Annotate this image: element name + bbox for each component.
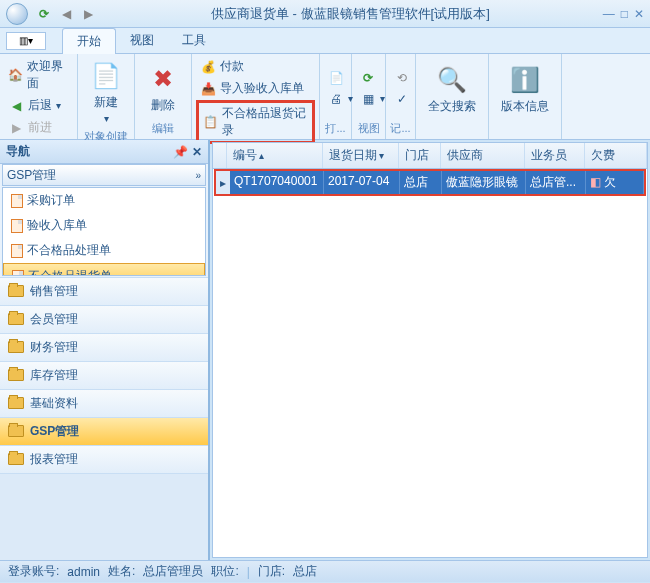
app-orb-icon[interactable]: [6, 3, 28, 25]
maximize-button[interactable]: □: [621, 7, 628, 21]
refresh-view-button[interactable]: ⟳: [356, 68, 389, 88]
sidebar-tree: 采购订单 验收入库单 不合格品处理单 不合格品退货单 ⌂ ...: [2, 187, 206, 276]
col-date[interactable]: 退货日期▾: [323, 143, 399, 168]
search-icon: 🔍: [436, 64, 468, 96]
reset-icon: ⟲: [394, 70, 410, 86]
row-selector-header[interactable]: [213, 143, 227, 168]
reject-record-button[interactable]: 📋不合格品退货记录: [196, 100, 315, 144]
col-supplier[interactable]: 供应商: [441, 143, 525, 168]
tab-start[interactable]: 开始: [62, 28, 116, 54]
status-account-label: 登录账号:: [8, 563, 59, 580]
workarea: 导航 📌✕ GSP管理» 采购订单 验收入库单 不合格品处理单 不合格品退货单 …: [0, 140, 650, 560]
check-icon: ✓: [394, 91, 410, 107]
status-store: 总店: [293, 563, 317, 580]
misc-b-button[interactable]: ✓: [390, 89, 414, 109]
columns-button[interactable]: ▦▾: [356, 89, 389, 109]
window-title: 供应商退货单 - 傲蓝眼镜销售管理软件[试用版本]: [98, 5, 603, 23]
ribbon: 🏠欢迎界面 ◀后退▾ ▶前进 历史 📄新建▾ 对象创建 ✖删除 编辑 💰付款 📥…: [0, 54, 650, 140]
col-debt[interactable]: 欠费: [585, 143, 647, 168]
tree-item-reject-return[interactable]: 不合格品退货单: [3, 263, 205, 276]
status-name: 总店管理员: [143, 563, 203, 580]
ribbon-group-history: 🏠欢迎界面 ◀后退▾ ▶前进 历史: [0, 54, 78, 139]
status-name-label: 姓名:: [108, 563, 135, 580]
ribbon-group-misc: ⟲ ✓ 记...: [386, 54, 416, 139]
sidebar-header: 导航 📌✕: [0, 140, 208, 164]
new-button[interactable]: 📄新建▾: [82, 56, 130, 128]
nav-report[interactable]: 报表管理: [0, 445, 208, 473]
row-marker-icon: ▸: [216, 171, 230, 194]
folder-icon: [8, 369, 24, 381]
fulltext-search-button[interactable]: 🔍全文搜索: [420, 60, 484, 119]
refresh-icon: ⟳: [360, 70, 376, 86]
minimize-button[interactable]: —: [603, 7, 615, 21]
cell-store: 总店: [400, 171, 442, 194]
nav-gsp[interactable]: GSP管理: [0, 417, 208, 445]
ribbon-group-search: 🔍全文搜索: [416, 54, 489, 139]
page-icon: 📄: [328, 70, 344, 86]
misc-a-button[interactable]: ⟲: [390, 68, 414, 88]
pin-icon[interactable]: 📌: [173, 145, 188, 159]
welcome-button[interactable]: 🏠欢迎界面: [4, 56, 73, 94]
folder-icon: [8, 341, 24, 353]
data-grid: 编号▴ 退货日期▾ 门店 供应商 业务员 欠费 ▸ QT1707040001 2…: [212, 142, 648, 558]
pay-button[interactable]: 💰付款: [196, 56, 315, 77]
tab-tool[interactable]: 工具: [168, 28, 220, 53]
ribbon-group-open: 📄 🖨▾ 打...: [320, 54, 352, 139]
close-button[interactable]: ✕: [634, 7, 644, 21]
doc-icon: [11, 244, 23, 258]
folder-icon: [8, 425, 24, 437]
statusbar: 登录账号: admin 姓名: 总店管理员 职位: | 门店: 总店: [0, 560, 650, 582]
nav-member[interactable]: 会员管理: [0, 305, 208, 333]
back-icon: ◀: [8, 98, 24, 114]
tree-item-receipt[interactable]: 验收入库单: [3, 213, 205, 238]
delete-icon: ✖: [147, 63, 179, 95]
import-icon: 📥: [200, 81, 216, 97]
folder-icon: [8, 313, 24, 325]
nav-base[interactable]: 基础资料: [0, 389, 208, 417]
cell-debt: ◧ 欠: [586, 171, 644, 194]
folder-icon: [8, 397, 24, 409]
grid-header: 编号▴ 退货日期▾ 门店 供应商 业务员 欠费: [213, 143, 647, 169]
ribbon-group-create: 📄新建▾ 对象创建: [78, 54, 135, 139]
version-info-button[interactable]: ℹ️版本信息: [493, 60, 557, 119]
money-icon: 💰: [200, 59, 216, 75]
titlebar: ⟳ ◀ ▶ 供应商退货单 - 傲蓝眼镜销售管理软件[试用版本] — □ ✕: [0, 0, 650, 28]
nav-sales[interactable]: 销售管理: [0, 277, 208, 305]
nav-forward-button[interactable]: ▶: [78, 4, 98, 24]
sidebar: 导航 📌✕ GSP管理» 采购订单 验收入库单 不合格品处理单 不合格品退货单 …: [0, 140, 210, 560]
columns-icon: ▦: [360, 91, 376, 107]
sidebar-close-icon[interactable]: ✕: [192, 145, 202, 159]
info-icon: ℹ️: [509, 64, 541, 96]
tree-item-po[interactable]: 采购订单: [3, 188, 205, 213]
col-clerk[interactable]: 业务员: [525, 143, 585, 168]
cell-clerk: 总店管...: [526, 171, 586, 194]
quick-access-toolbar: ⟳ ◀ ▶: [34, 4, 98, 24]
tree-item-reject-proc[interactable]: 不合格品处理单: [3, 238, 205, 263]
doc-icon: [12, 270, 24, 276]
ribbon-group-version: ℹ️版本信息: [489, 54, 562, 139]
status-role-label: 职位:: [211, 563, 238, 580]
nav-back-button[interactable]: ◀: [56, 4, 76, 24]
cell-supplier: 傲蓝隐形眼镜: [442, 171, 526, 194]
import-receipt-button[interactable]: 📥导入验收入库单: [196, 78, 315, 99]
window-controls: — □ ✕: [603, 7, 644, 21]
folder-icon: [8, 453, 24, 465]
status-store-label: 门店:: [258, 563, 285, 580]
sidebar-panel-header[interactable]: GSP管理»: [2, 164, 206, 186]
doc-icon: [11, 219, 23, 233]
delete-button[interactable]: ✖删除: [139, 59, 187, 118]
col-store[interactable]: 门店: [399, 143, 441, 168]
tab-view[interactable]: 视图: [116, 28, 168, 53]
col-code[interactable]: 编号▴: [227, 143, 323, 168]
refresh-button[interactable]: ⟳: [34, 4, 54, 24]
forward-button[interactable]: ▶前进: [4, 117, 73, 138]
back-button[interactable]: ◀后退▾: [4, 95, 73, 116]
view-selector[interactable]: ▥▾: [6, 32, 46, 50]
nav-finance[interactable]: 财务管理: [0, 333, 208, 361]
folder-icon: [8, 285, 24, 297]
ribbon-group-record: 💰付款 📥导入验收入库单 📋不合格品退货记录 记录编辑: [192, 54, 320, 139]
nav-stock[interactable]: 库存管理: [0, 361, 208, 389]
cell-code: QT1707040001: [230, 171, 324, 194]
status-account: admin: [67, 565, 100, 579]
grid-row[interactable]: ▸ QT1707040001 2017-07-04 总店 傲蓝隐形眼镜 总店管.…: [214, 169, 646, 196]
